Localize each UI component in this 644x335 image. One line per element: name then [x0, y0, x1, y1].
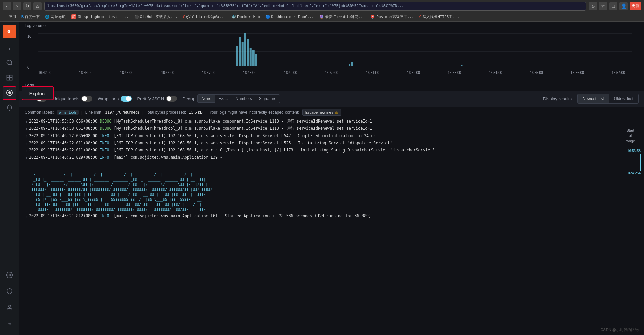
- log-entry[interactable]: › 2022-09-17T16:46:22.035+08:00 INFO [RM…: [25, 132, 617, 140]
- watermark: CSDN @小时候的阳光: [601, 327, 639, 332]
- svg-rect-20: [250, 48, 252, 66]
- dedup-control: Dedup None Exact Numbers Signature: [182, 94, 280, 103]
- bookmark-flowable[interactable]: 🔮 最新flowable研究...: [317, 14, 367, 20]
- share-button[interactable]: ⎋: [589, 2, 597, 10]
- explore-tooltip-text: Explore: [29, 91, 47, 96]
- log-entry[interactable]: › 2022-09-17T16:46:22.011+08:00 INFO [RM…: [25, 140, 617, 147]
- svg-rect-21: [252, 50, 255, 66]
- sidebar: G ›: [0, 22, 19, 335]
- start-of-range: Start of range: [626, 128, 635, 144]
- expand-arrow[interactable]: ›: [26, 155, 28, 160]
- bookmark-github[interactable]: ⚫ GitHub 实现多人...: [132, 14, 180, 20]
- chart-svg: [25, 29, 639, 70]
- bookmark-https[interactable]: C 深入浅出HTTPS工...: [417, 14, 462, 20]
- dedup-numbers-button[interactable]: Numbers: [232, 95, 256, 103]
- sidebar-bottom: ?: [3, 268, 16, 332]
- sidebar-item-dashboards[interactable]: [3, 71, 16, 85]
- log-entry[interactable]: › 2022-09-17T16:49:58.061+08:00 DEBUG [M…: [25, 125, 617, 132]
- update-button[interactable]: 更新: [630, 2, 641, 10]
- sidebar-item-profile[interactable]: [3, 302, 16, 315]
- expand-arrow[interactable]: ›: [26, 133, 28, 139]
- reload-button[interactable]: ↻: [23, 2, 31, 10]
- svg-rect-15: [236, 46, 238, 66]
- newest-first-button[interactable]: Newest first: [578, 94, 609, 103]
- dashboards-icon: [6, 74, 13, 82]
- expand-arrow[interactable]: ›: [26, 118, 28, 124]
- line-limit-value: 1197 (70 returned): [105, 110, 139, 115]
- svg-point-10: [9, 274, 10, 276]
- grafana-logo[interactable]: G: [3, 25, 16, 38]
- svg-point-11: [8, 305, 11, 308]
- time-bottom-label: 16:45:54: [627, 171, 641, 175]
- bookmark-validated[interactable]: C @Validated和@Va...: [181, 14, 228, 20]
- sidebar-item-expand[interactable]: ›: [3, 42, 16, 55]
- total-bytes-value: 13.5 kB: [189, 110, 203, 115]
- log-text: 2022-09-17T16:53:58.056+08:00 DEBUG [MyT…: [29, 118, 372, 124]
- expand-arrow[interactable]: ›: [26, 147, 28, 153]
- chart-container: 10 0: [25, 29, 639, 77]
- sidebar-item-shield[interactable]: [3, 285, 16, 299]
- address-text: localhost:3000/grafana/explore?orgId=1&l…: [47, 4, 404, 8]
- shield-icon: [6, 288, 13, 296]
- sidebar-item-explore[interactable]: Explore: [3, 86, 16, 100]
- app-container: G ›: [0, 22, 644, 335]
- bookmark-dashboard[interactable]: 🔵 Dashboard · DaoC...: [263, 14, 316, 20]
- address-bar[interactable]: localhost:3000/grafana/explore?orgId=1&l…: [44, 2, 586, 11]
- wrap-lines-toggle[interactable]: [121, 96, 132, 102]
- bookmark-docker[interactable]: 🐳 Docker Hub: [229, 14, 262, 20]
- bookmark-button[interactable]: ☆: [599, 2, 607, 10]
- log-entry[interactable]: › 2022-09-17T16:53:58.056+08:00 DEBUG [M…: [25, 118, 617, 125]
- svg-rect-19: [247, 39, 249, 66]
- escape-newlines-button[interactable]: Escape newlines ⚠: [302, 109, 342, 116]
- back-button[interactable]: ‹: [3, 2, 11, 10]
- wrap-lines-label: Wrap lines: [98, 96, 119, 101]
- time-top-label: 16:53:58: [627, 149, 641, 153]
- expand-arrow[interactable]: ›: [26, 140, 28, 146]
- home-button[interactable]: ⌂: [33, 2, 42, 10]
- dedup-exact-button[interactable]: Exact: [215, 95, 232, 103]
- svg-rect-4: [7, 75, 9, 78]
- forward-button[interactable]: ›: [13, 2, 21, 10]
- log-entry[interactable]: › 2022-09-17T16:46:22.011+08:00 INFO [RM…: [25, 147, 617, 154]
- bookmark-baidu[interactable]: B 百度一下: [19, 14, 42, 20]
- bookmark-app[interactable]: ⊞ 应用: [3, 14, 18, 20]
- prettify-json-control: Prettify JSON: [137, 96, 177, 102]
- bookmark-springboot[interactable]: 简 简 springboot test -...: [69, 14, 131, 20]
- log-text: 2022-09-17T16:46:21.812+08:00 INFO [main…: [29, 213, 371, 219]
- start-of-range-line3: range: [626, 139, 635, 144]
- svg-rect-18: [244, 33, 246, 66]
- unique-labels-toggle[interactable]: [81, 96, 92, 102]
- dedup-none-button[interactable]: None: [198, 95, 215, 103]
- chart-zero-label: 0: [27, 65, 29, 69]
- sidebar-item-help[interactable]: ?: [3, 318, 16, 332]
- escaped-content-label: Your logs might have incorrectly escaped…: [209, 110, 299, 115]
- log-entry[interactable]: › 2022-09-17T16:46:21.829+08:00 INFO [ma…: [25, 154, 617, 161]
- browser-controls: ‹ › ↻ ⌂: [3, 2, 42, 10]
- sidebar-item-settings[interactable]: [3, 269, 16, 283]
- oldest-first-button[interactable]: Oldest first: [609, 94, 638, 103]
- log-main: › 2022-09-17T16:53:58.056+08:00 DEBUG [M…: [19, 118, 617, 335]
- log-entry-last[interactable]: › 2022-09-17T16:46:21.812+08:00 INFO [ma…: [25, 212, 617, 220]
- bookmark-nav[interactable]: 🌐 网址导航: [43, 14, 68, 20]
- total-bytes-label: Total bytes processed:: [145, 110, 186, 115]
- svg-rect-7: [10, 78, 12, 80]
- svg-point-2: [7, 60, 11, 65]
- profile-button[interactable]: 👤: [619, 2, 628, 10]
- tab-button[interactable]: □: [609, 2, 617, 10]
- log-text: 2022-09-17T16:46:22.011+08:00 INFO [RMI …: [29, 140, 392, 146]
- chart-title: Log volume: [25, 23, 639, 28]
- time-axis: 16:42:00 16:44:00 16:45:00 16:46:00 16:4…: [25, 70, 639, 75]
- expand-arrow[interactable]: ›: [26, 126, 28, 131]
- sidebar-item-search[interactable]: [3, 57, 16, 70]
- svg-rect-23: [349, 64, 350, 66]
- prettify-json-toggle[interactable]: [166, 96, 177, 102]
- bookmark-postman[interactable]: 📮 Postman高级应用...: [368, 14, 416, 20]
- expand-arrow[interactable]: ›: [26, 213, 28, 219]
- sidebar-item-alerting[interactable]: [3, 101, 16, 115]
- dedup-signature-button[interactable]: Signature: [256, 95, 280, 103]
- time-range-display: 16:53:58 16:45:54: [620, 149, 641, 175]
- svg-rect-22: [255, 54, 257, 66]
- common-labels-tag: wms_tools: [57, 110, 79, 115]
- log-text: 2022-09-17T16:46:22.011+08:00 INFO [RMI …: [29, 147, 435, 153]
- unique-labels-label: Unique labels: [52, 96, 79, 101]
